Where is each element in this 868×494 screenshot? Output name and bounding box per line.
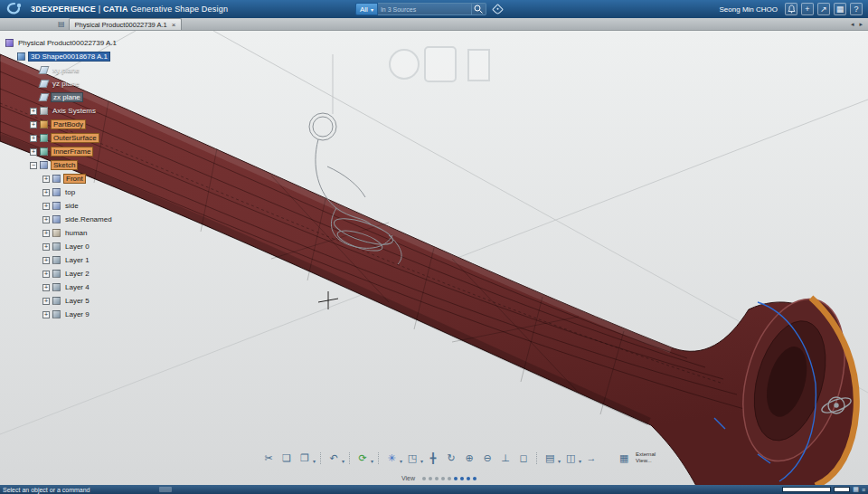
app-title: 3DEXPERIENCE | CATIA Generative Shape De…	[31, 5, 228, 14]
view-label: View	[401, 475, 415, 481]
copy-button[interactable]: ❏	[278, 450, 295, 466]
tree-item-layer-4[interactable]: + Layer 4	[5, 280, 118, 294]
expand-icon[interactable]: +	[30, 148, 37, 156]
zoom-out-button[interactable]: ⊖	[479, 450, 495, 466]
expand-icon[interactable]: +	[30, 135, 37, 142]
help-icon[interactable]: ?	[850, 3, 863, 15]
search-input[interactable]	[378, 3, 472, 15]
tree-item-axis-systems[interactable]: + Axis Systems	[5, 104, 118, 118]
tree-item-top[interactable]: + top	[5, 185, 118, 199]
split-panes-button[interactable]: ◫	[562, 450, 579, 466]
product-icon	[5, 39, 14, 47]
tab-physical-product[interactable]: Physical Product00022739 A.1 ×	[69, 18, 183, 30]
tree-item-yz-plane[interactable]: yz plane	[5, 77, 118, 90]
tree-item-zx-plane[interactable]: zx plane	[5, 90, 118, 104]
3ds-logo[interactable]	[4, 2, 25, 16]
tree-item-sketch[interactable]: − Sketch	[5, 158, 118, 172]
layer-icon	[52, 270, 61, 278]
chevron-down-icon[interactable]: ▾	[558, 458, 561, 464]
pan-button[interactable]: ╋	[425, 450, 441, 466]
tag-icon[interactable]	[492, 4, 504, 15]
tree-item-outersurface[interactable]: + OuterSurface	[5, 131, 118, 145]
tab-label: Physical Product00022739 A.1	[75, 21, 167, 29]
search-filter-dropdown[interactable]: All ▾	[355, 3, 378, 15]
undo-button[interactable]: ↶	[326, 450, 342, 466]
pager-dots[interactable]	[422, 477, 476, 480]
notifications-bell-icon[interactable]	[785, 3, 797, 15]
grid-icon[interactable]: ▦	[853, 486, 859, 493]
expand-icon[interactable]: +	[30, 121, 37, 128]
tree-item-layer-9[interactable]: + Layer 9	[5, 308, 118, 321]
update-button[interactable]: ⟳	[354, 450, 371, 466]
tree-item-3d-shape[interactable]: 3D Shape00018678 A.1	[5, 50, 118, 63]
cut-button[interactable]: ✂	[260, 450, 277, 466]
tab-scroll-arrows[interactable]: ◂ ▸	[851, 21, 864, 28]
tree-item-partbody[interactable]: + PartBody	[5, 118, 118, 131]
expand-icon[interactable]: +	[42, 311, 50, 318]
tree-item-root[interactable]: Physical Product00022739 A.1	[5, 36, 118, 50]
expand-icon[interactable]: +	[42, 216, 50, 223]
zoom-in-button[interactable]: ⊕	[461, 450, 477, 466]
expand-icon[interactable]: +	[42, 243, 50, 251]
tree-item-layer-1[interactable]: + Layer 1	[5, 253, 118, 267]
apps-grid-icon[interactable]: ▦	[834, 3, 846, 15]
tree-item-xy-plane[interactable]: xy plane	[5, 63, 118, 77]
chevron-down-icon[interactable]: ▾	[579, 458, 581, 464]
expand-icon[interactable]: +	[42, 298, 50, 305]
tree-item-layer-2[interactable]: + Layer 2	[5, 267, 118, 280]
chevron-down-icon[interactable]: ▾	[342, 458, 344, 464]
collapse-icon[interactable]: −	[30, 162, 37, 169]
next-arrow-button[interactable]: →	[583, 450, 599, 466]
chevron-down-icon[interactable]: ▾	[400, 458, 402, 464]
tree-item-side-renamed[interactable]: + side.Renamed	[5, 213, 118, 226]
expand-icon[interactable]: +	[42, 203, 50, 210]
frame-button[interactable]: ✳	[383, 450, 400, 466]
viewport-3d[interactable]	[0, 31, 868, 486]
tree-item-layer-0[interactable]: + Layer 0	[5, 240, 118, 253]
specification-tree: Physical Product00022739 A.1 3D Shape000…	[5, 36, 118, 321]
tree-item-side[interactable]: + side	[5, 199, 118, 213]
expand-icon[interactable]: +	[30, 108, 37, 115]
tree-item-layer-5[interactable]: + Layer 5	[5, 294, 118, 308]
tree-item-innerframe[interactable]: + InnerFrame	[5, 145, 118, 158]
toolbar-separator	[320, 452, 321, 464]
toolbar-separator	[378, 452, 379, 464]
external-view-button[interactable]: ▦ External View...	[615, 450, 656, 466]
search-icon[interactable]	[472, 3, 486, 15]
tree-item-human[interactable]: + human	[5, 226, 118, 240]
expand-icon[interactable]: +	[42, 257, 50, 264]
normal-view-button[interactable]: ⊥	[497, 450, 514, 466]
close-icon[interactable]: ×	[172, 21, 176, 29]
share-icon[interactable]: ↗	[817, 3, 830, 15]
add-content-icon[interactable]: +	[801, 3, 814, 15]
global-search: All ▾	[355, 3, 502, 15]
chevron-down-icon[interactable]: ▾	[371, 458, 373, 464]
expand-icon[interactable]: +	[42, 230, 50, 237]
expand-icon[interactable]: +	[42, 271, 50, 278]
rotate-button[interactable]: ↻	[443, 450, 459, 466]
list-button[interactable]: ▤	[542, 450, 558, 466]
tree-item-front[interactable]: + Front	[5, 172, 118, 185]
surface-icon	[40, 147, 48, 156]
cube-view-button[interactable]: ◻	[515, 450, 532, 466]
iso-view-button[interactable]: ◳	[404, 450, 420, 466]
tree-item-label: xy plane	[51, 66, 81, 74]
document-tab-bar: ▤ Physical Product00022739 A.1 × ◂ ▸	[0, 18, 868, 31]
expand-icon[interactable]: +	[42, 176, 50, 183]
user-name[interactable]: Seong Min CHOO	[720, 5, 778, 14]
plane-icon	[39, 93, 50, 101]
chevron-down-icon[interactable]: ▾	[420, 458, 423, 464]
chevron-down-icon[interactable]: ▾	[313, 458, 316, 464]
expand-icon[interactable]: +	[42, 284, 50, 291]
menu-icon[interactable]: ≡	[862, 487, 865, 493]
layer-icon	[52, 297, 61, 305]
expand-icon[interactable]: +	[42, 189, 50, 196]
tree-item-label: top	[63, 188, 77, 196]
status-input-field[interactable]	[782, 487, 831, 492]
status-small-field[interactable]	[834, 487, 850, 492]
layer-icon	[52, 310, 61, 318]
tree-item-label: Layer 1	[63, 256, 91, 264]
document-icon[interactable]: ▤	[58, 20, 65, 28]
paste-button[interactable]: ❐	[297, 450, 313, 466]
status-grip[interactable]	[159, 487, 172, 492]
